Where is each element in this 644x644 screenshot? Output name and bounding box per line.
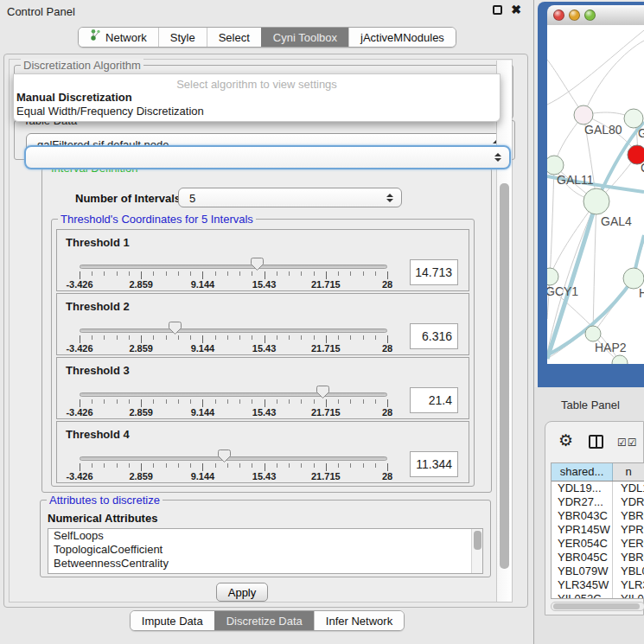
table-cell[interactable]: YIL052C [552,592,613,599]
table-row[interactable]: YPR145WYPR1 [552,523,644,537]
table-cell[interactable]: YLR3 [613,578,644,592]
node-label-gcy1: GCY1 [547,284,578,298]
list-scrollbar-thumb[interactable] [474,531,481,550]
mode-tab-impute-data[interactable]: Impute Data [131,611,214,630]
tab-label-style: Style [170,28,195,48]
table-panel-area: Table Panel ⚙ ☑☑ shared... n YDL19...YDL… [534,387,644,644]
table-cell[interactable]: YPR145W [552,523,613,537]
network-node-g[interactable] [624,109,643,128]
slider-track[interactable] [80,456,387,461]
node-label-h: H [639,286,644,300]
algorithm-option-equal-width[interactable]: Equal Width/Frequency Discretization [14,105,500,118]
network-node-gcy1[interactable] [547,268,558,285]
table-cell[interactable]: YDR27... [552,495,613,509]
table-cell[interactable]: YBR0 [613,509,644,523]
close-traffic-light-icon[interactable] [553,10,564,21]
threshold-value[interactable]: 11.344 [410,451,458,477]
column-header-name[interactable]: n [613,463,644,481]
attribute-item-selfloops[interactable]: SelfLoops [48,529,482,543]
network-window-titlebar[interactable] [547,5,644,25]
table-row[interactable]: YBR043CYBR0 [552,509,644,523]
top-tab-bar: NetworkStyleSelectCyni ToolboxjActiveMNo… [0,27,534,48]
network-node[interactable] [612,355,628,364]
control-panel-titlebar: Control Panel ✖ [0,0,533,22]
algorithm-combobox[interactable] [24,145,511,169]
numerical-attributes-list[interactable]: SelfLoopsTopologicalCoefficientBetweenne… [48,528,483,574]
table-row[interactable]: YDL19...YDL1 [552,481,644,495]
table-cell[interactable]: YER0 [613,537,644,551]
slider-track[interactable] [80,265,387,269]
threshold-value[interactable]: 14.713 [410,259,458,285]
tab-select[interactable]: Select [207,28,261,47]
mode-tab-label-infer-network: Infer Network [326,611,392,631]
slider-thumb[interactable] [168,321,182,335]
slider-major-tick [202,335,203,343]
network-canvas[interactable]: GAL80GCGAL11GAL4GCY1HHAP2 [547,25,644,364]
tab-cyni-toolbox[interactable]: Cyni Toolbox [261,28,348,47]
algorithm-option-manual[interactable]: Manual Discretization [14,91,500,105]
slider-tick-label: -3.426 [66,407,92,418]
zoom-traffic-light-icon[interactable] [584,10,596,21]
tab-jactivemnodules[interactable]: jActiveMNodules [348,28,456,47]
screen: Control Panel ✖ NetworkStyleSelectCyni T… [0,0,644,644]
table-cell[interactable]: YDR2 [613,495,644,509]
slider-tick-label: 9.144 [191,407,215,418]
list-scrollbar[interactable] [471,529,482,573]
network-node-hap2[interactable] [585,326,601,341]
network-node-gal4[interactable] [583,188,609,214]
table-cell[interactable]: YPR1 [613,523,644,537]
table-row[interactable]: YBL079WYBL0 [552,564,644,578]
slider-track[interactable] [80,392,387,397]
table-cell[interactable]: YBR0 [613,551,644,564]
table-cell[interactable]: YBR045C [552,551,613,564]
table-cell[interactable]: YBR043C [552,509,613,523]
tab-network[interactable]: Network [79,28,158,47]
panel-scrollbar-thumb[interactable] [500,183,509,569]
float-window-icon[interactable] [493,5,502,15]
close-icon[interactable]: ✖ [511,5,521,15]
select-columns-icon[interactable]: ☑☑ [617,437,638,449]
attribute-item-topologicalcoefficient[interactable]: TopologicalCoefficient [48,543,482,557]
column-header-shared-name[interactable]: shared... [552,463,613,481]
number-of-intervals-combobox[interactable]: 5 [178,188,402,207]
number-of-intervals-label: Number of Intervals [75,192,181,205]
slider-track[interactable] [80,328,387,333]
mode-tab-label-discretize-data: Discretize Data [226,611,303,631]
node-label-c: C [641,161,644,175]
minimize-traffic-light-icon[interactable] [569,10,580,21]
number-of-intervals-value: 5 [189,191,195,204]
slider-major-tick [80,399,80,407]
slider-thumb[interactable] [217,449,232,463]
table-cell[interactable]: YBL0 [613,564,644,578]
interval-definition-group: Interval Definition Number of Intervals … [41,168,492,493]
threshold-value[interactable]: 21.4 [410,387,458,413]
table-cell[interactable]: YIL0 [613,592,644,599]
table-cell[interactable]: YLR345W [552,578,613,592]
table-horizontal-scrollbar[interactable] [551,602,644,611]
gear-icon[interactable]: ⚙ [558,430,573,450]
node-table[interactable]: shared... n YDL19...YDL1YDR27...YDR2YBR0… [551,462,644,599]
table-cell[interactable]: YER054C [552,537,613,551]
node-label-gal11: GAL11 [557,173,594,187]
slider-thumb[interactable] [250,257,265,271]
table-row[interactable]: YER054CYER0 [552,537,644,551]
table-row[interactable]: YIL052CYIL0 [552,592,644,599]
table-row[interactable]: YLR345WYLR3 [552,578,644,592]
apply-button[interactable]: Apply [216,583,268,602]
table-cell[interactable]: YDL19... [552,481,613,495]
mode-tab-discretize-data[interactable]: Discretize Data [214,611,314,630]
mode-tab-infer-network[interactable]: Infer Network [314,611,404,630]
network-node-gal11[interactable] [547,156,564,175]
table-cell[interactable]: YBL079W [552,564,613,578]
slider-thumb[interactable] [316,385,330,399]
panel-scrollbar[interactable] [496,61,512,602]
tab-style[interactable]: Style [158,28,207,47]
network-node-gal80[interactable] [574,105,593,124]
split-columns-icon[interactable] [589,435,603,449]
table-cell[interactable]: YDL1 [613,481,644,495]
threshold-value[interactable]: 6.316 [410,323,458,349]
table-row[interactable]: YDR27...YDR2 [552,495,644,509]
attribute-item-betweennesscentrality[interactable]: BetweennessCentrality [48,557,482,571]
table-row[interactable]: YBR045CYBR0 [552,551,644,564]
table-hscrollbar-thumb[interactable] [553,603,640,609]
